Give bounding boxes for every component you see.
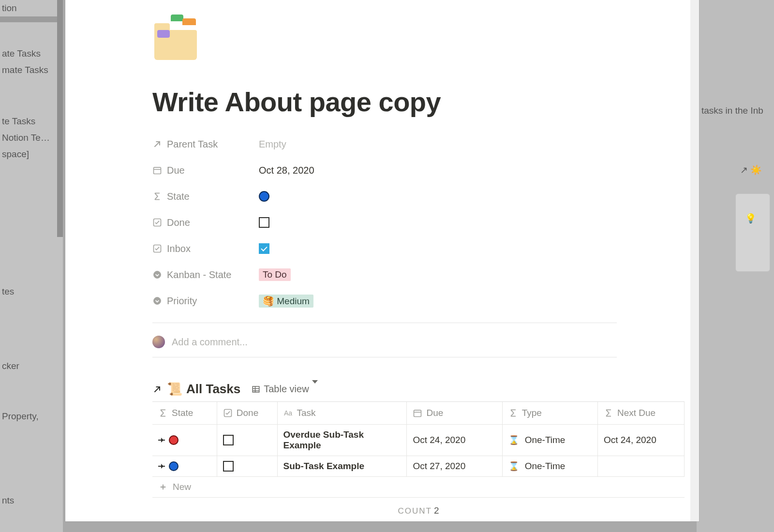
property-kanban-state[interactable]: Kanban - State To Do — [152, 262, 617, 288]
folder-tab-orange-icon — [182, 18, 196, 25]
calendar-icon — [413, 408, 422, 418]
bg-sidebar-item: Property, — [0, 408, 63, 425]
svg-rect-5 — [253, 386, 260, 392]
cell-next-due: Oct 24, 2020 — [604, 435, 656, 445]
arrow-up-right-icon — [152, 139, 162, 149]
checkbox-icon — [152, 244, 162, 253]
calendar-icon — [152, 165, 162, 175]
new-row-button[interactable]: New — [152, 477, 685, 498]
background-sidebar-scrollbar — [57, 0, 63, 237]
sigma-icon — [604, 408, 613, 418]
col-task[interactable]: Aa Task — [278, 402, 407, 424]
background-right: tasks in the Inb ↗ ☀️ 💡 — [697, 0, 774, 532]
property-label: Due — [167, 165, 185, 176]
scroll-emoji-icon: 📜 — [167, 382, 182, 397]
page-title[interactable]: Write About page copy — [152, 86, 617, 118]
col-state[interactable]: State — [152, 402, 217, 424]
bg-sidebar-item: space] — [0, 146, 63, 163]
page-properties: Parent Task Empty Due Oct 28, 2020 — [152, 131, 617, 314]
bg-sidebar-item: tion — [0, 0, 63, 16]
select-icon — [152, 296, 162, 306]
property-label: Done — [167, 217, 190, 228]
folder-tab-green-icon — [171, 15, 183, 21]
state-dot-icon — [259, 191, 269, 202]
task-name: Overdue Sub-Task Example — [283, 429, 401, 451]
checkbox-unchecked[interactable] — [259, 217, 269, 228]
comment-input-row[interactable]: Add a comment... — [152, 332, 617, 357]
col-type[interactable]: Type — [503, 402, 598, 424]
checkbox-icon — [223, 408, 233, 418]
property-done[interactable]: Done — [152, 209, 617, 236]
property-due[interactable]: Due Oct 28, 2020 — [152, 157, 617, 183]
page-modal: Write About page copy Parent Task Empty … — [65, 0, 699, 521]
bg-sidebar-item: nts — [0, 492, 63, 509]
property-parent-task[interactable]: Parent Task Empty — [152, 131, 617, 157]
bg-sidebar-item: mate Tasks — [0, 62, 63, 78]
property-label: Kanban - State — [167, 269, 231, 281]
page-scrollbar[interactable] — [690, 0, 699, 521]
table-row[interactable]: Overdue Sub-Task Example Oct 24, 2020 ⌛O… — [152, 425, 685, 456]
select-icon — [152, 270, 162, 280]
table-header-row: State Done Aa Task Due Type — [152, 402, 685, 425]
col-next-due[interactable]: Next Due — [598, 402, 685, 424]
bg-sidebar-item — [0, 16, 63, 22]
table-row[interactable]: Sub-Task Example Oct 27, 2020 ⌛One-Time — [152, 456, 685, 477]
arrow-up-right-icon — [152, 384, 162, 394]
task-name: Sub-Task Example — [283, 461, 365, 472]
priority-emoji-icon: 🥞 — [263, 296, 274, 306]
checkbox-unchecked[interactable] — [223, 435, 234, 445]
bg-sidebar-item: ate Tasks — [0, 45, 63, 62]
bg-sidebar-item: Notion Te… — [0, 130, 63, 146]
state-dot-icon — [169, 435, 179, 445]
table-icon — [251, 384, 261, 394]
state-dot-icon — [169, 461, 179, 471]
table-count: COUNT2 — [152, 498, 685, 516]
property-value-empty: Empty — [259, 139, 286, 150]
linked-db-table: State Done Aa Task Due Type — [152, 401, 685, 498]
property-label: Parent Task — [167, 139, 218, 150]
sigma-icon — [508, 408, 518, 418]
svg-rect-7 — [414, 410, 421, 416]
linked-db-title[interactable]: 📜 All Tasks — [167, 382, 240, 397]
bg-sidebar-item: tes — [0, 283, 63, 300]
bg-sidebar-item: te Tasks — [0, 113, 63, 130]
property-inbox[interactable]: Inbox — [152, 236, 617, 262]
sigma-icon — [158, 408, 168, 418]
svg-point-4 — [154, 297, 161, 305]
svg-point-3 — [154, 271, 161, 279]
view-switcher[interactable]: Table view — [251, 384, 317, 395]
property-state[interactable]: State — [152, 183, 617, 209]
priority-tag: 🥞 Medium — [259, 295, 313, 308]
arrow-right-icon — [158, 440, 165, 441]
folder-tab-purple-icon — [157, 30, 170, 38]
checkbox-icon — [152, 218, 162, 227]
divider — [152, 323, 617, 323]
hourglass-icon: ⌛ — [508, 461, 519, 472]
kanban-tag: To Do — [259, 268, 291, 281]
checkbox-checked[interactable] — [259, 243, 269, 254]
property-label: Inbox — [167, 243, 191, 254]
cell-due: Oct 27, 2020 — [413, 461, 465, 472]
hourglass-icon: ⌛ — [508, 435, 519, 445]
text-icon: Aa — [283, 408, 293, 418]
property-priority[interactable]: Priority 🥞 Medium — [152, 288, 617, 314]
avatar — [152, 336, 165, 348]
plus-icon — [158, 482, 168, 492]
sigma-icon — [152, 192, 162, 201]
property-value: Oct 28, 2020 — [259, 165, 314, 176]
cell-type: One-Time — [525, 435, 566, 445]
checkbox-unchecked[interactable] — [223, 461, 234, 472]
cell-type: One-Time — [525, 461, 566, 472]
bg-right-text: tasks in the Inb — [701, 105, 763, 116]
comment-placeholder: Add a comment... — [172, 337, 248, 348]
cell-due: Oct 24, 2020 — [413, 435, 465, 445]
property-label: Priority — [167, 296, 197, 307]
svg-rect-0 — [154, 167, 161, 174]
col-due[interactable]: Due — [407, 402, 502, 424]
bg-sidebar-item: cker — [0, 358, 63, 374]
page-icon[interactable] — [152, 14, 201, 62]
arrow-right-icon — [158, 466, 165, 467]
property-label: State — [167, 191, 190, 202]
col-done[interactable]: Done — [217, 402, 278, 424]
chevron-down-icon — [312, 384, 318, 395]
